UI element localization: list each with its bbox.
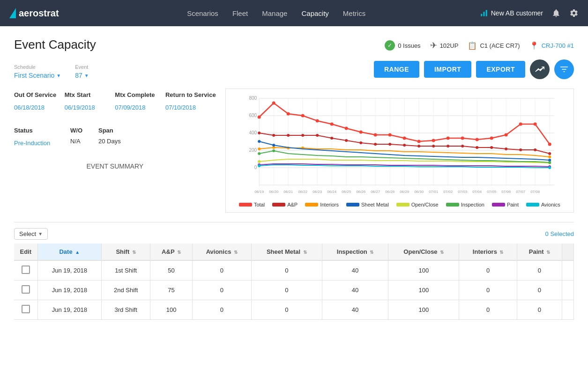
paint-cell: 0	[517, 300, 562, 320]
row-checkbox[interactable]	[22, 285, 30, 294]
trend-button[interactable]	[530, 59, 550, 79]
col-inspection[interactable]: Inspection ⇅	[322, 244, 388, 260]
table-header-row: Edit Date ▲ Shift ⇅ A&P ⇅ Avionics ⇅ She…	[14, 244, 574, 260]
legend-color-inspection	[446, 203, 459, 207]
col-paint[interactable]: Paint ⇅	[517, 244, 562, 260]
svg-point-67	[432, 139, 435, 142]
edit-cell	[14, 260, 37, 280]
svg-text:06/21: 06/21	[283, 190, 293, 194]
export-button[interactable]: EXPORT	[476, 61, 525, 78]
legend-color-sheet-metal	[346, 203, 359, 207]
svg-point-112	[258, 164, 261, 167]
row-checkbox[interactable]	[22, 305, 30, 313]
svg-point-59	[315, 119, 319, 123]
nav-manage[interactable]: Manage	[262, 9, 287, 17]
filter-icon	[559, 65, 569, 74]
open-close-cell: 100	[388, 280, 459, 300]
legend-color-open-close	[396, 203, 409, 207]
date-cell: Jun 19, 2018	[37, 260, 102, 280]
col-sheet-metal[interactable]: Sheet Metal ⇅	[251, 244, 322, 260]
filter-button[interactable]	[554, 59, 574, 79]
ap-cell: 100	[150, 300, 193, 320]
col-interiors[interactable]: Interiors ⇅	[459, 244, 517, 260]
scroll-spacer	[562, 260, 574, 280]
col-open-close[interactable]: Open/Close ⇅	[388, 244, 459, 260]
svg-text:07/02: 07/02	[443, 190, 453, 194]
avionics-cell: 0	[192, 260, 251, 280]
col-shift[interactable]: Shift ⇅	[102, 244, 150, 260]
select-dropdown[interactable]: Select ▼	[14, 228, 48, 240]
svg-point-64	[388, 133, 391, 137]
mtx-complete-header: Mtx Complete	[115, 89, 165, 100]
shift-cell: 1st Shift	[102, 260, 150, 280]
svg-text:06/24: 06/24	[327, 190, 337, 194]
notifications-button[interactable]	[551, 8, 561, 18]
svg-rect-0	[481, 14, 482, 16]
nav-fleet[interactable]: Fleet	[232, 9, 248, 17]
legend-label-total: Total	[254, 202, 265, 207]
svg-point-63	[373, 133, 377, 137]
chart-area: 800 600 400 200 0	[225, 89, 574, 213]
legend-label-ap: A&P	[287, 202, 298, 207]
row-checkbox[interactable]	[22, 266, 30, 274]
svg-text:06/28: 06/28	[385, 190, 395, 194]
legend-ap: A&P	[272, 202, 298, 207]
event-field: Event 87 ▼	[75, 64, 89, 79]
event-label: Event	[75, 64, 89, 70]
import-button[interactable]: IMPORT	[424, 61, 471, 78]
mtx-start-header: Mtx Start	[65, 89, 115, 100]
service-info-grid: Out Of Service Mtx Start Mtx Complete Re…	[14, 89, 216, 113]
svg-point-93	[505, 148, 507, 150]
svg-point-102	[258, 140, 261, 143]
wo-header: W/O	[70, 124, 98, 136]
legend-label-interiors: Interiors	[320, 202, 339, 207]
page-title: Event Capacity	[14, 37, 96, 52]
svg-point-75	[548, 143, 551, 146]
span-header: Span	[98, 124, 136, 136]
mtx-complete-value: 07/09/2018	[115, 102, 165, 113]
svg-point-86	[403, 144, 406, 147]
open-close-cell: 100	[388, 300, 459, 320]
schedule-field: Schedule First Scenario ▼	[14, 64, 61, 79]
action-buttons: RANGE IMPORT EXPORT	[374, 59, 574, 79]
col-date[interactable]: Date ▲	[37, 244, 102, 260]
event-value: 87	[75, 72, 82, 79]
customer-label: New AB customer	[491, 9, 543, 17]
wo-value: N/A	[70, 138, 98, 148]
svg-text:07/01: 07/01	[429, 190, 439, 194]
svg-text:06/22: 06/22	[298, 190, 308, 194]
aircraft-id[interactable]: CRJ-700 #1	[542, 42, 574, 49]
brand-logo[interactable]: aerostrat	[9, 8, 59, 19]
svg-point-69	[461, 137, 464, 140]
col-avionics[interactable]: Avionics ⇅	[192, 244, 251, 260]
col-ap[interactable]: A&P ⇅	[150, 244, 193, 260]
nav-metrics[interactable]: Metrics	[343, 9, 365, 17]
sheet-metal-cell: 0	[251, 280, 322, 300]
svg-point-108	[272, 149, 275, 152]
svg-point-72	[504, 133, 507, 137]
svg-text:07/04: 07/04	[472, 190, 482, 194]
legend-paint: Paint	[492, 202, 519, 207]
schedule-select[interactable]: First Scenario ▼	[14, 72, 61, 79]
legend-color-paint	[492, 203, 505, 207]
nav-capacity[interactable]: Capacity	[301, 9, 328, 17]
paint-cell: 0	[517, 260, 562, 280]
paint-cell: 0	[517, 280, 562, 300]
svg-point-73	[519, 123, 522, 126]
edit-cell	[14, 280, 37, 300]
svg-point-71	[490, 137, 493, 140]
nav-customer[interactable]: New AB customer	[480, 9, 543, 17]
settings-button[interactable]	[569, 8, 579, 18]
config-badge: 📋 C1 (ACE CR7)	[468, 41, 520, 50]
range-button[interactable]: RANGE	[374, 61, 419, 78]
event-select[interactable]: 87 ▼	[75, 72, 89, 79]
aircraft-code-badge: ✈ 102UP	[430, 40, 459, 51]
schedule-label: Schedule	[14, 64, 61, 70]
svg-point-81	[330, 137, 333, 140]
oos-value: 06/18/2018	[14, 102, 65, 113]
svg-text:06/30: 06/30	[414, 190, 424, 194]
svg-point-74	[533, 123, 536, 126]
nav-scenarios[interactable]: Scenarios	[187, 9, 218, 17]
main-area: Out Of Service Mtx Start Mtx Complete Re…	[14, 89, 574, 213]
svg-text:06/27: 06/27	[371, 190, 380, 194]
